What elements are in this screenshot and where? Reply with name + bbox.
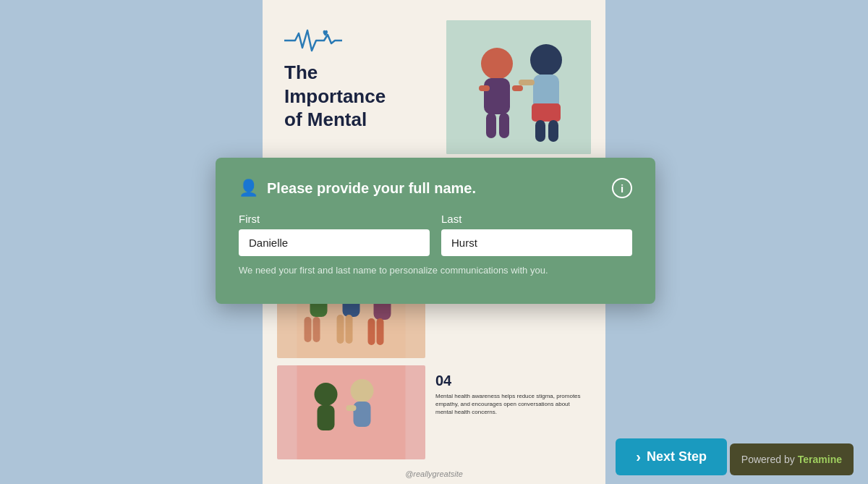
first-field-group: First (239, 213, 430, 256)
modal-helper-text: We need your first and last name to pers… (239, 263, 632, 278)
svg-rect-9 (519, 80, 535, 85)
svg-point-1 (481, 48, 513, 80)
field-labels-row: First Last (239, 213, 632, 256)
heartbeat-icon (284, 27, 342, 54)
next-step-label: Next Step (647, 449, 707, 464)
first-label: First (239, 213, 430, 225)
first-name-input[interactable] (239, 229, 430, 256)
svg-rect-5 (486, 113, 496, 138)
svg-rect-24 (368, 318, 375, 345)
powered-by-brand: Teramine (798, 454, 842, 465)
last-field-group: Last (441, 213, 632, 256)
modal-title: Please provide your full name. (267, 180, 476, 197)
svg-rect-2 (484, 78, 510, 114)
modal-title-group: 👤 Please provide your full name. (239, 179, 476, 198)
svg-rect-11 (535, 120, 545, 142)
svg-rect-31 (346, 405, 357, 411)
svg-rect-17 (313, 317, 320, 342)
svg-rect-4 (512, 85, 523, 91)
svg-rect-3 (479, 85, 490, 91)
svg-rect-28 (318, 405, 335, 430)
svg-rect-12 (548, 120, 558, 142)
info-icon[interactable]: i (612, 178, 632, 198)
svg-point-7 (530, 44, 562, 76)
svg-rect-30 (354, 402, 371, 427)
poster-title: The Importance of Mental (284, 61, 422, 132)
illustration-svg (446, 20, 591, 154)
svg-rect-20 (337, 315, 344, 344)
powered-by-prefix: Powered by (741, 454, 795, 465)
svg-rect-21 (346, 315, 353, 344)
last-name-input[interactable] (441, 229, 632, 256)
next-step-button[interactable]: › Next Step (616, 438, 727, 475)
modal: 👤 Please provide your full name. i First… (216, 158, 655, 304)
poster-watermark: @reallygreatsite (263, 470, 605, 478)
svg-rect-6 (499, 113, 509, 138)
svg-rect-16 (305, 317, 312, 342)
modal-header: 👤 Please provide your full name. i (239, 178, 632, 198)
poster-row-3: 04 Mental health awareness helps reduce … (277, 365, 591, 459)
powered-by-badge: Powered by Teramine (730, 443, 854, 475)
svg-rect-26 (297, 365, 406, 459)
section-04-content: 04 Mental health awareness helps reduce … (428, 365, 591, 459)
svg-point-27 (315, 383, 338, 406)
person-icon: 👤 (239, 179, 258, 198)
svg-point-29 (351, 379, 374, 402)
svg-rect-10 (532, 103, 561, 122)
poster-illustration-bottom (277, 365, 425, 459)
next-step-arrow: › (636, 449, 641, 465)
poster-title-area: The Importance of Mental (277, 20, 429, 139)
svg-rect-25 (377, 318, 384, 345)
last-label: Last (441, 213, 632, 225)
poster-illustration-top (446, 20, 591, 154)
